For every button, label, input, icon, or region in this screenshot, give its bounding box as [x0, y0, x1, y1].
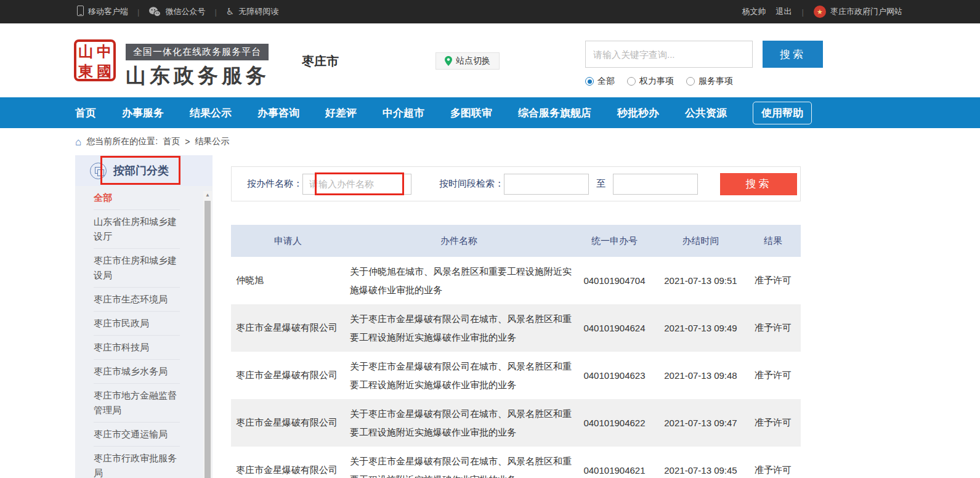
department-item[interactable]: 枣庄市生态环境局	[94, 288, 180, 312]
nav-item[interactable]: 结果公示	[190, 106, 232, 120]
table-row[interactable]: 仲晓旭 关于仲晓旭在城市、风景名胜区和重要工程设施附近实施爆破作业审批的业务 0…	[231, 257, 801, 304]
main-navigation: 首页 办事服务 结果公示 办事咨询 好差评 中介超市 多图联审 综合服务旗舰店 …	[0, 97, 980, 128]
table-header-row: 申请人 办件名称 统一申办号 办结时间 结果	[231, 225, 801, 257]
cell-applicant: 仲晓旭	[231, 275, 345, 286]
cell-result: 准予许可	[745, 417, 801, 429]
department-item[interactable]: 枣庄市城乡水务局	[94, 360, 180, 384]
national-emblem-icon: ★	[814, 6, 826, 18]
scope-radio-option[interactable]: 权力事项	[627, 76, 674, 87]
scope-radio-label: 全部	[597, 76, 615, 87]
department-item[interactable]: 山东省住房和城乡建设厅	[94, 210, 180, 249]
name-filter-label: 按办件名称：	[247, 178, 302, 190]
cell-applicant: 枣庄市金星爆破有限公司	[231, 417, 345, 429]
nav-item[interactable]: 使用帮助	[753, 102, 812, 124]
date-from-input[interactable]	[504, 174, 589, 195]
nav-item[interactable]: 好差评	[325, 106, 357, 120]
seal-char: 國	[95, 62, 113, 81]
portal-link[interactable]: ★ 枣庄市政府门户网站	[814, 6, 902, 18]
topbar-link[interactable]: 移动客户端	[77, 6, 128, 18]
nav-items: 首页 办事服务 结果公示 办事咨询 好差评 中介超市 多图联审 综合服务旗舰店 …	[75, 97, 812, 128]
seal-char: 東	[76, 62, 95, 81]
category-icon	[90, 163, 107, 179]
time-filter-label: 按时间段检索：	[439, 178, 504, 190]
radio-icon[interactable]	[585, 77, 594, 86]
scope-radio-option[interactable]: 服务事项	[686, 76, 733, 87]
topbar-links: 移动客户端 | 微信公众号 | ♿ 无障碍阅读	[77, 6, 278, 18]
nav-item[interactable]: 综合服务旗舰店	[518, 106, 591, 120]
cell-applicant: 枣庄市金星爆破有限公司	[231, 464, 345, 476]
nav-item[interactable]: 首页	[75, 106, 96, 120]
department-item[interactable]: 枣庄市行政审批服务局	[94, 447, 180, 478]
logout-link[interactable]: 退出	[776, 6, 792, 17]
breadcrumb-home-link[interactable]: 首页	[163, 136, 180, 147]
item-name-input[interactable]	[302, 174, 411, 195]
scope-radio-option[interactable]: 全部	[585, 76, 615, 87]
date-to-input[interactable]	[613, 174, 698, 195]
breadcrumb-prefix: 您当前所在的位置:	[86, 136, 158, 147]
username[interactable]: 杨文帅	[742, 6, 766, 17]
table-row[interactable]: 枣庄市金星爆破有限公司 关于枣庄市金星爆破有限公司在城市、风景名胜区和重要工程设…	[231, 447, 801, 478]
cell-result: 准予许可	[745, 370, 801, 381]
scope-radio-label: 服务事项	[699, 76, 733, 87]
nav-item[interactable]: 秒批秒办	[617, 106, 659, 120]
department-item[interactable]: 全部	[94, 186, 180, 210]
cell-result: 准予许可	[745, 322, 801, 334]
department-item[interactable]: 枣庄市住房和城乡建设局	[94, 249, 180, 288]
nav-item[interactable]: 多图联审	[450, 106, 492, 120]
shandong-seal-logo: 山 中 東 國	[74, 39, 116, 81]
current-city: 枣庄市	[302, 53, 339, 70]
department-item[interactable]: 枣庄市地方金融监督管理局	[94, 384, 180, 423]
topbar-link[interactable]: 微信公众号	[148, 6, 205, 17]
results-filter-bar: 按办件名称： 按时间段检索： 至 搜索	[231, 166, 801, 201]
cell-applicant: 枣庄市金星爆破有限公司	[231, 322, 345, 334]
cell-apply-no: 040101904622	[573, 418, 656, 428]
col-header-item-name: 办件名称	[345, 235, 573, 247]
scope-radio-label: 权力事项	[639, 76, 674, 87]
cell-item-name: 关于枣庄市金星爆破有限公司在城市、风景名胜区和重要工程设施附近实施爆破作业审批的…	[345, 310, 573, 347]
cell-apply-no: 040101904623	[573, 370, 656, 381]
cell-result: 准予许可	[745, 464, 801, 476]
cell-apply-no: 040101904704	[573, 275, 656, 286]
department-item[interactable]: 枣庄市交通运输局	[94, 423, 180, 447]
cell-item-name: 关于枣庄市金星爆破有限公司在城市、风景名胜区和重要工程设施附近实施爆破作业审批的…	[345, 405, 573, 442]
results-table: 申请人 办件名称 统一申办号 办结时间 结果 仲晓旭 关于仲晓旭在城市、风景名胜…	[231, 225, 801, 478]
divider: |	[137, 7, 139, 17]
cell-finish-time: 2021-07-13 09:48	[656, 370, 745, 381]
cell-applicant: 枣庄市金星爆破有限公司	[231, 370, 345, 381]
topbar-link[interactable]: ♿ 无障碍阅读	[226, 6, 278, 17]
sidebar-title: 按部门分类	[113, 163, 169, 178]
nav-item[interactable]: 办事咨询	[257, 106, 299, 120]
department-list-panel: 全部 山东省住房和城乡建设厅 枣庄市住房和城乡建设局 枣庄市生态环境局 枣庄市民…	[75, 186, 213, 478]
nav-item[interactable]: 公共资源	[685, 106, 727, 120]
cell-item-name: 关于枣庄市金星爆破有限公司在城市、风景名胜区和重要工程设施附近实施爆破作业审批的…	[345, 452, 573, 478]
topbar-link-label: 微信公众号	[165, 6, 205, 17]
top-utility-bar: 移动客户端 | 微信公众号 | ♿ 无障碍阅读 杨文帅 退出 | ★ 枣庄市政府…	[0, 0, 980, 23]
site-switch-button[interactable]: 站点切换	[435, 52, 500, 70]
home-icon: ⌂	[75, 137, 81, 147]
scrollbar-thumb[interactable]	[205, 201, 211, 478]
department-item[interactable]: 枣庄市民政局	[94, 312, 180, 336]
cell-finish-time: 2021-07-13 09:49	[656, 323, 745, 333]
divider: |	[214, 7, 216, 17]
keyword-search-input[interactable]	[585, 41, 753, 68]
scroll-up-arrow[interactable]: ▲	[203, 191, 212, 200]
cell-apply-no: 040101904624	[573, 323, 656, 333]
divider: |	[802, 7, 804, 17]
table-row[interactable]: 枣庄市金星爆破有限公司 关于枣庄市金星爆破有限公司在城市、风景名胜区和重要工程设…	[231, 304, 801, 352]
filter-search-button[interactable]: 搜索	[720, 173, 797, 195]
sidebar-scrollbar[interactable]: ▲	[203, 191, 212, 478]
wechat-icon	[148, 7, 161, 17]
radio-icon[interactable]	[686, 77, 695, 86]
keyword-search-button[interactable]: 搜索	[763, 41, 823, 68]
location-pin-icon	[445, 56, 452, 66]
nav-item[interactable]: 办事服务	[122, 106, 164, 120]
cell-result: 准予许可	[745, 275, 801, 286]
department-list: 全部 山东省住房和城乡建设厅 枣庄市住房和城乡建设局 枣庄市生态环境局 枣庄市民…	[94, 186, 180, 478]
table-row[interactable]: 枣庄市金星爆破有限公司 关于枣庄市金星爆破有限公司在城市、风景名胜区和重要工程设…	[231, 352, 801, 399]
table-row[interactable]: 枣庄市金星爆破有限公司 关于枣庄市金星爆破有限公司在城市、风景名胜区和重要工程设…	[231, 399, 801, 447]
site-switch-label: 站点切换	[456, 55, 490, 67]
department-item[interactable]: 枣庄市科技局	[94, 336, 180, 360]
radio-icon[interactable]	[627, 77, 636, 86]
nav-item[interactable]: 中介超市	[383, 106, 424, 120]
cell-finish-time: 2021-07-13 09:51	[656, 275, 745, 286]
